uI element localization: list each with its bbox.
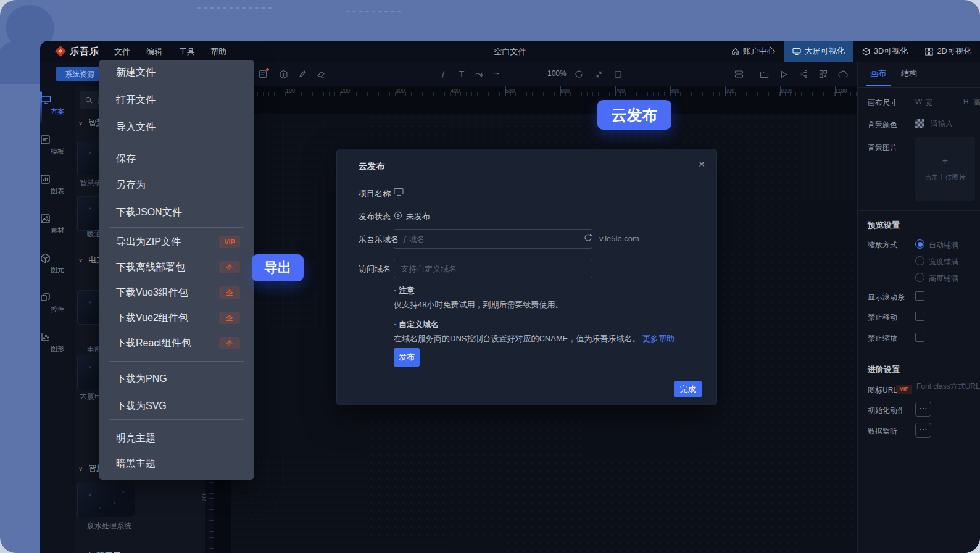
menu-divider: [109, 143, 244, 143]
curve-tool-icon[interactable]: ~: [489, 62, 505, 86]
solid-line-icon[interactable]: —: [528, 62, 544, 86]
sidebar-item-widgets[interactable]: 控件: [40, 293, 75, 314]
tab-structure[interactable]: 结构: [901, 68, 917, 79]
custom-domain-text: 在域名服务商的DNS控制台设置好对应的CNAME，值为乐吾乐域名。: [394, 334, 640, 343]
ruler-label-vertical: 700: [201, 492, 207, 501]
sidebar-item-templates[interactable]: 模板: [40, 135, 75, 156]
page-background: 乐吾乐 文件 编辑 工具 帮助 空白文件 账户中心 大屏可视化: [0, 0, 980, 553]
ruler-label: 500: [505, 88, 515, 94]
radio-auto-fit[interactable]: [915, 239, 924, 249]
component-panel-icon[interactable]: [255, 62, 271, 86]
image-icon: [40, 214, 75, 224]
radio-label: 宽度铺满: [929, 257, 958, 267]
workspace-tab-3d[interactable]: 3D可视化: [853, 41, 917, 62]
menu-item-download-png[interactable]: 下载为PNG: [116, 367, 244, 391]
fit-screen-icon[interactable]: [591, 62, 607, 86]
no-scale-checkbox[interactable]: [915, 333, 924, 342]
zoom-mode-label: 缩放方式: [868, 240, 897, 251]
layout-board-icon[interactable]: [731, 62, 747, 86]
init-action-more-button[interactable]: ⋯: [915, 402, 931, 417]
menubar-item-edit[interactable]: 编辑: [146, 46, 162, 57]
publish-button[interactable]: 发布: [394, 348, 420, 367]
radio-fit-height[interactable]: [915, 273, 924, 282]
pen-tool-icon[interactable]: [471, 62, 487, 86]
domain-suffix: v.le5le.com: [599, 234, 639, 243]
menu-item-save[interactable]: 保存: [116, 146, 244, 171]
frame-select-icon[interactable]: [610, 62, 626, 86]
text-tool-icon[interactable]: T: [454, 62, 470, 86]
radio-label: 自动铺满: [929, 240, 958, 251]
menu-item-new-file[interactable]: 新建文件: [116, 60, 244, 85]
menu-item-download-json[interactable]: 下载JSON文件: [116, 200, 244, 225]
project-monitor-icon: [394, 188, 404, 196]
close-icon[interactable]: ✕: [698, 159, 705, 169]
menu-item-import-file[interactable]: 导入文件: [116, 115, 244, 139]
width-label: 宽: [925, 98, 932, 108]
height-label: 高: [973, 98, 980, 108]
bg-image-label: 背景图片: [868, 143, 897, 153]
dash-line-icon[interactable]: —: [507, 62, 523, 86]
init-action-label: 初始化动作: [868, 405, 905, 416]
publish-status-value: 未发布: [406, 211, 430, 222]
custom-domain-input[interactable]: [394, 259, 592, 278]
bg-color-label: 背景颜色: [868, 120, 897, 130]
color-swatch-icon[interactable]: [915, 119, 924, 128]
cube-icon: [862, 48, 870, 56]
grid-2d-icon: [925, 48, 933, 56]
menubar-item-help[interactable]: 帮助: [210, 46, 226, 57]
zoom-level[interactable]: 100%: [547, 69, 567, 78]
menu-item-save-as[interactable]: 另存为: [116, 173, 244, 198]
export-callout[interactable]: 导出: [252, 254, 304, 281]
upload-image-dropzone[interactable]: + 点击上传图片: [915, 137, 975, 201]
tab-canvas[interactable]: 画布: [870, 68, 886, 79]
account-center-button[interactable]: 账户中心: [723, 41, 784, 62]
menu-item-download-svg[interactable]: 下载为SVG: [116, 394, 244, 418]
radio-fit-width[interactable]: [915, 256, 924, 265]
refresh-icon[interactable]: [584, 233, 592, 242]
menubar-item-file[interactable]: 文件: [114, 46, 130, 57]
enterprise-badge: 企: [219, 312, 240, 324]
no-move-checkbox[interactable]: [915, 312, 924, 321]
folder-icon[interactable]: [756, 62, 772, 86]
show-scrollbar-checkbox[interactable]: [915, 291, 924, 301]
show-scrollbar-label: 显示滚动条: [868, 292, 905, 302]
chevron-down-icon: ∨: [78, 465, 83, 472]
subdomain-input[interactable]: [394, 229, 592, 249]
vip-badge: VIP: [896, 385, 912, 394]
sidebar-item-label: 图元: [51, 266, 64, 273]
pen-hexagon-icon[interactable]: [275, 62, 291, 86]
eraser-icon[interactable]: [313, 62, 329, 86]
pencil-icon[interactable]: [294, 62, 310, 86]
icon-url-input[interactable]: [915, 381, 980, 391]
menu-item-light-theme[interactable]: 明亮主题: [116, 426, 244, 451]
menu-item-open-file[interactable]: 打开文件: [116, 88, 244, 112]
gallery-thumbnail[interactable]: [77, 483, 135, 517]
system-resource-button[interactable]: 系统资源: [56, 67, 103, 81]
decor-dashes: [197, 7, 272, 9]
workspace-tab-bigscreen[interactable]: 大屏可视化: [784, 41, 853, 62]
cloud-icon[interactable]: [835, 62, 851, 86]
line-tool-icon[interactable]: /: [435, 62, 451, 86]
bg-color-input[interactable]: [929, 118, 975, 128]
sidebar-item-pens[interactable]: 图元: [40, 253, 75, 275]
menu-item-dark-theme[interactable]: 暗黑主题: [116, 451, 244, 476]
enterprise-badge: 企: [219, 337, 240, 349]
sidebar-item-charts[interactable]: 图表: [40, 174, 75, 196]
refresh-zoom-icon[interactable]: [571, 62, 587, 86]
qr-code-icon[interactable]: [815, 62, 831, 86]
workspace-tab-2d[interactable]: 2D可视化: [916, 41, 980, 62]
data-listen-more-button[interactable]: ⋯: [915, 423, 931, 438]
sidebar-item-solutions[interactable]: 方案: [40, 95, 75, 116]
done-button[interactable]: 完成: [674, 381, 702, 397]
more-help-link[interactable]: 更多帮助: [642, 334, 675, 343]
cloud-publish-callout[interactable]: 云发布: [597, 100, 671, 130]
upload-hint: 点击上传图片: [925, 173, 966, 182]
sidebar-item-assets[interactable]: 素材: [40, 214, 75, 235]
sidebar-item-label: 图形: [51, 345, 64, 352]
gallery-section-header[interactable]: ∨ 智慧工厂: [78, 551, 120, 553]
menubar-item-tools[interactable]: 工具: [179, 46, 195, 57]
preview-play-icon[interactable]: [776, 62, 792, 86]
share-icon[interactable]: [795, 62, 812, 86]
horizontal-ruler-major-ticks: [214, 86, 858, 96]
sidebar-item-graphics[interactable]: 图形: [40, 332, 75, 354]
